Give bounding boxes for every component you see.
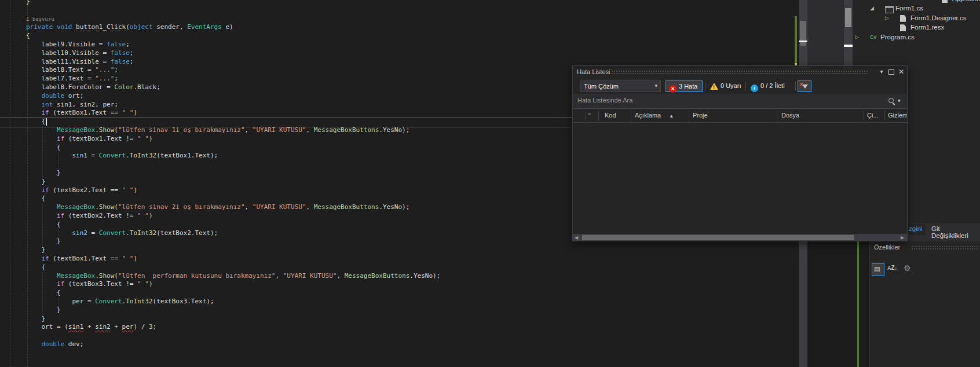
code-token: ort = (	[26, 323, 68, 331]
code-token	[26, 152, 72, 159]
errors-filter-button[interactable]: ✕3 Hata	[665, 80, 703, 92]
code-token: ort;	[64, 92, 83, 100]
chevron-collapsed-icon[interactable]: ▷	[855, 34, 859, 40]
scrollbar-thumb[interactable]	[845, 8, 851, 27]
code-line[interactable]: if (textBox2.Text == " ")	[26, 186, 137, 195]
code-line[interactable]: per = Convert.ToInt32(textBox3.Text);	[26, 298, 214, 306]
panel-maximize-button[interactable]	[887, 68, 895, 76]
search-icon	[888, 98, 894, 103]
form-icon	[885, 6, 894, 13]
code-line[interactable]: {	[26, 263, 45, 272]
error-list-panel: Hata Listesi ▾ ✕ Tüm Çözüm ▾ ✕3 Hata 0 U…	[572, 65, 908, 241]
code-line[interactable]: private void button1_Click(object sender…	[26, 23, 233, 32]
code-line[interactable]: label11.Visible = false;	[26, 58, 133, 67]
code-line[interactable]: }	[26, 178, 45, 186]
code-line[interactable]: int sin1, sin2, per;	[26, 101, 118, 109]
code-line[interactable]: sin1 = Convert.ToInt32(textBox1.Text);	[26, 152, 218, 160]
code-line[interactable]: label9.Visible = false;	[26, 41, 130, 49]
column-header-line[interactable]: Çi...	[867, 112, 879, 119]
code-line[interactable]: label7.Text = "...";	[26, 75, 118, 83]
code-token: ,	[245, 203, 253, 211]
code-token: {	[26, 144, 61, 151]
column-header-code[interactable]: Kod	[605, 112, 616, 119]
code-line[interactable]: {	[26, 221, 61, 229]
clear-filters-button[interactable]: ✕	[798, 80, 811, 92]
solution-explorer-item-form1-resx[interactable]: Form1.resx	[853, 23, 980, 33]
code-token: private	[26, 23, 53, 31]
code-token: label9.Visible =	[26, 41, 107, 48]
code-line[interactable]: }	[26, 306, 61, 315]
code-line[interactable]: if (textBox3.Text != " ")	[26, 280, 153, 289]
code-line[interactable]: if (textBox1.Text == " ")	[26, 109, 137, 118]
code-token: ) /	[133, 323, 149, 331]
column-header-file[interactable]: Dosya	[781, 112, 799, 119]
code-token: )	[149, 135, 153, 142]
code-line[interactable]: label10.Visible = false;	[26, 49, 133, 58]
column-separator	[777, 111, 777, 121]
code-token: " "	[122, 186, 134, 194]
code-line[interactable]: }	[26, 0, 30, 6]
code-token: "UYARI KUTUSU"	[283, 272, 337, 280]
az-sort-icon: AZ↓	[887, 265, 897, 271]
code-line[interactable]: if (textBox2.Text != " ")	[26, 212, 153, 221]
code-line[interactable]: }	[26, 169, 61, 178]
code-line[interactable]: }	[26, 315, 45, 324]
code-line[interactable]: double dev;	[26, 340, 83, 349]
error-list-search-box[interactable]: Hata Listesinde Ara ▾	[573, 94, 907, 109]
error-list-title-bar[interactable]: Hata Listesi ▾ ✕	[573, 66, 907, 79]
categorized-icon: ▤	[874, 265, 880, 273]
code-line[interactable]: {	[26, 144, 61, 152]
error-list-horizontal-scrollbar[interactable]: ◀ ▶	[573, 234, 907, 241]
column-separator	[631, 111, 631, 121]
warnings-filter-button[interactable]: 0 Uyarı	[707, 80, 744, 92]
wrench-button[interactable]: ⚙	[904, 263, 915, 275]
scroll-left-icon[interactable]: ◀	[575, 235, 578, 240]
column-header-suppression[interactable]: Gizlem	[888, 112, 907, 119]
code-line[interactable]: label8.ForeColor = Color.Black;	[26, 83, 160, 92]
code-line[interactable]: {	[26, 118, 45, 126]
scope-dropdown[interactable]: Tüm Çözüm ▾	[580, 80, 661, 92]
chevron-collapsed-icon[interactable]: ▷	[885, 15, 889, 21]
resx-file-icon	[900, 24, 906, 31]
code-line[interactable]: double ort;	[26, 92, 83, 101]
code-line[interactable]: 1 başvuru	[26, 15, 54, 24]
code-line[interactable]: ort = (sin1 + sin2 + per) / 3;	[26, 323, 156, 332]
alphabetical-sort-button[interactable]: AZ↓	[887, 265, 898, 275]
error-list-title: Hata Listesi	[577, 68, 610, 75]
panel-close-button[interactable]: ✕	[897, 68, 905, 76]
code-line[interactable]: label8.Text = "...";	[26, 66, 118, 75]
code-token: ,	[245, 126, 253, 134]
tab-solution-explorer[interactable]: zgini	[908, 224, 926, 235]
code-token: MessageBox	[57, 203, 95, 211]
column-separator	[864, 111, 864, 121]
messages-filter-button[interactable]: i0 / 2 İleti	[748, 80, 793, 92]
code-line[interactable]: MessageBox.Show("lütfen sinav 1i oş bıra…	[26, 126, 409, 135]
code-token: {	[26, 221, 61, 228]
column-header-project[interactable]: Proje	[693, 112, 708, 119]
tab-git-changes[interactable]: Git Değişiklikleri	[927, 224, 980, 235]
solution-explorer-item-program-cs[interactable]: ▷C#Program.cs	[853, 33, 980, 43]
categorized-view-button[interactable]: ▤	[872, 263, 884, 276]
code-line[interactable]: {	[26, 32, 30, 41]
designer-file-icon	[900, 15, 906, 22]
code-token: (	[114, 203, 118, 211]
scrollbar-caret-marker	[844, 45, 853, 47]
code-line[interactable]: if (textBox1.Text != " ")	[26, 135, 153, 144]
code-line[interactable]: MessageBox.Show("lütfen performan kutusu…	[26, 272, 440, 281]
code-token: sender,	[153, 23, 188, 31]
code-token: ;	[114, 66, 118, 74]
chevron-expanded-icon[interactable]: ◢	[870, 5, 874, 11]
panel-menu-button[interactable]: ▾	[877, 68, 886, 76]
code-line[interactable]: {	[26, 289, 61, 298]
solution-explorer-item-form1-cs[interactable]: ◢Form1.cs	[853, 4, 980, 14]
code-line[interactable]: }	[26, 246, 45, 255]
column-header-description[interactable]: Açıklama▲	[635, 112, 674, 119]
scroll-right-icon[interactable]: ▶	[901, 235, 904, 240]
code-line[interactable]: if (textBox1.Text == " ")	[26, 255, 137, 263]
code-line[interactable]: MessageBox.Show("lütfen sinav 2i oş bıra…	[26, 203, 409, 212]
code-line[interactable]: sin2 = Convert.ToInt32(textBox2.Text);	[26, 229, 218, 238]
scrollbar-thumb[interactable]	[582, 235, 854, 240]
solution-explorer-item-form1-designer-cs[interactable]: ▷Form1.Designer.cs	[853, 14, 980, 24]
code-line[interactable]: }	[26, 237, 61, 246]
code-line[interactable]: {	[26, 194, 45, 203]
